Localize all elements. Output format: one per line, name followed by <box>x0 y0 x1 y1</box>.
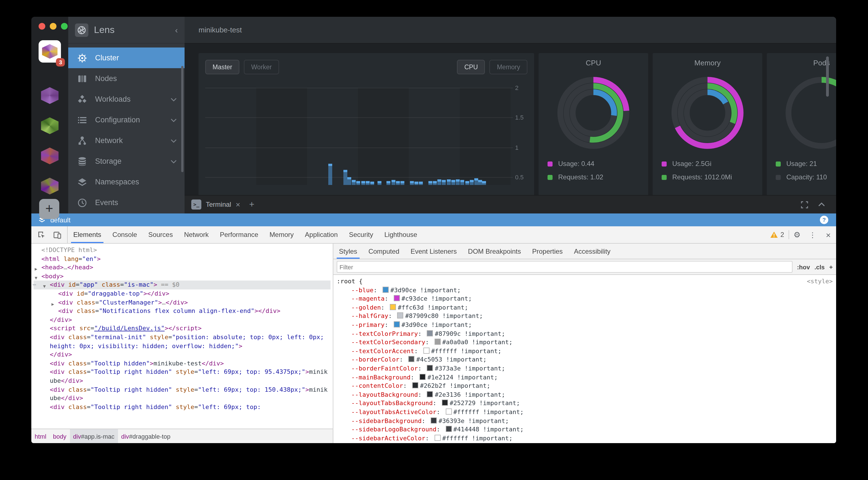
css-variable--layouttabsactivecolor[interactable]: --layoutTabsActiveColor: #ffffff !import… <box>337 408 833 417</box>
cluster-icon[interactable] <box>40 178 59 195</box>
dom-tree-line[interactable]: ▶<div class="ClusterManager">…</div> <box>34 298 331 307</box>
dom-tree-line[interactable]: <div class="Tooltip hidden">minikube-tes… <box>34 359 331 368</box>
css-variable--blue[interactable]: --blue: #3d90ce !important; <box>337 286 833 295</box>
color-swatch[interactable] <box>427 330 433 336</box>
breadcrumb-item[interactable]: body <box>50 429 70 443</box>
devtools-settings-icon[interactable]: ⚙ <box>789 228 805 242</box>
style-source-link[interactable]: <style> <box>807 277 833 286</box>
sidebar-item-events[interactable]: Events <box>68 192 185 213</box>
inspect-element-icon[interactable] <box>34 228 49 242</box>
color-swatch[interactable] <box>445 409 452 415</box>
color-swatch[interactable] <box>423 348 430 354</box>
node-tab-master[interactable]: Master <box>205 60 239 74</box>
dom-tree-line[interactable]: </div> <box>34 350 331 359</box>
active-cluster-icon[interactable]: 3 <box>39 40 61 63</box>
css-variable--textcolorsecondary[interactable]: --textColorSecondary: #a0a0a0 !important… <box>337 338 833 347</box>
dom-node-menu-icon[interactable]: ⋯ <box>32 281 35 289</box>
devtools-tab-elements[interactable]: Elements <box>68 226 107 243</box>
dom-tree-line[interactable]: ⋯▼<div id="app" class="is-mac"> == $0 <box>34 281 331 289</box>
css-variable--bordercolor[interactable]: --borderColor: #4c5053 !important; <box>337 356 833 364</box>
devtools-tab-memory[interactable]: Memory <box>264 226 300 243</box>
breadcrumb-item[interactable]: div#app.is-mac <box>70 429 118 443</box>
color-swatch[interactable] <box>412 382 418 388</box>
color-swatch[interactable] <box>442 400 448 406</box>
color-swatch[interactable] <box>408 356 415 363</box>
color-swatch[interactable] <box>431 417 437 423</box>
color-swatch[interactable] <box>427 365 433 371</box>
cluster-icon[interactable] <box>40 117 59 134</box>
css-variable--borderfaintcolor[interactable]: --borderFaintColor: #373a3e !important; <box>337 364 833 373</box>
color-swatch[interactable] <box>445 426 452 432</box>
devtools-tab-console[interactable]: Console <box>107 226 143 243</box>
devtools-tab-performance[interactable]: Performance <box>214 226 264 243</box>
dom-tree-line[interactable]: <div class="terminal-init" style="positi… <box>34 333 331 350</box>
color-swatch[interactable] <box>390 304 396 310</box>
devtools-tab-security[interactable]: Security <box>343 226 379 243</box>
dom-tree-line[interactable]: </div> <box>34 316 331 324</box>
namespace-label[interactable]: default <box>50 216 820 224</box>
devtools-tab-lighthouse[interactable]: Lighthouse <box>379 226 423 243</box>
add-cluster-button[interactable]: + <box>39 199 59 219</box>
dom-tree-line[interactable]: <div class="Notifications flex column al… <box>34 307 331 315</box>
css-variable--textcolorprimary[interactable]: --textColorPrimary: #87909c !important; <box>337 330 833 338</box>
color-swatch[interactable] <box>397 313 404 319</box>
devtools-tab-network[interactable]: Network <box>178 226 214 243</box>
color-swatch[interactable] <box>382 286 389 293</box>
cluster-icon[interactable] <box>40 87 59 104</box>
sidebar-item-configuration[interactable]: Configuration <box>68 109 185 130</box>
sidebar-collapse-icon[interactable]: ‹ <box>175 25 178 35</box>
cluster-icon[interactable] <box>40 147 59 164</box>
dom-tree-line[interactable]: <div id="draggable-top"></div> <box>34 289 331 298</box>
color-swatch[interactable] <box>394 295 400 301</box>
css-variable--sidebarbackground[interactable]: --sidebarBackground: #36393e !important; <box>337 417 833 425</box>
color-swatch[interactable] <box>434 435 440 441</box>
dom-tree-line[interactable]: ▶<head>…</head> <box>34 263 331 272</box>
color-swatch[interactable] <box>420 374 426 380</box>
styles-tab-styles[interactable]: Styles <box>333 244 363 259</box>
terminal-tab[interactable]: Terminal <box>206 201 231 208</box>
sidebar-item-nodes[interactable]: Nodes <box>68 68 185 89</box>
sidebar-item-namespaces[interactable]: Namespaces <box>68 172 185 192</box>
sidebar-item-storage[interactable]: Storage <box>68 151 185 172</box>
sidebar-item-cluster[interactable]: Cluster <box>68 47 185 68</box>
styles-tab-properties[interactable]: Properties <box>527 244 568 259</box>
dom-tree-line[interactable]: <div class="Tooltip right hidden" style=… <box>34 403 331 411</box>
terminal-add-icon[interactable]: + <box>249 200 254 210</box>
css-variable--textcoloraccent[interactable]: --textColorAccent: #ffffff !important; <box>337 347 833 356</box>
close-window-button[interactable] <box>39 23 45 30</box>
help-button[interactable]: ? <box>820 216 828 224</box>
dom-tree-line[interactable]: <!DOCTYPE html> <box>34 246 331 254</box>
metric-tab-cpu[interactable]: CPU <box>457 60 485 74</box>
color-swatch[interactable] <box>394 321 400 328</box>
css-variable--mainbackground[interactable]: --mainBackground: #1e2124 !important; <box>337 373 833 382</box>
sidebar-item-network[interactable]: Network <box>68 130 185 151</box>
dom-tree-line[interactable]: <html lang="en"> <box>34 254 331 263</box>
devtools-tab-application[interactable]: Application <box>299 226 343 243</box>
css-variable--contentcolor[interactable]: --contentColor: #262b2f !important; <box>337 382 833 390</box>
node-tab-worker[interactable]: Worker <box>244 60 279 74</box>
dock-collapse-icon[interactable] <box>818 202 825 207</box>
dom-tree-line[interactable]: <script src="/build/LensDev.js"></script… <box>34 324 331 333</box>
styles-filter-input[interactable] <box>337 261 793 273</box>
css-variable--magenta[interactable]: --magenta: #c93dce !important; <box>337 295 833 303</box>
color-swatch[interactable] <box>434 339 440 345</box>
content-scrollbar[interactable] <box>826 57 829 97</box>
styles-tab-computed[interactable]: Computed <box>363 244 405 259</box>
dom-tree-line[interactable]: ▼<body> <box>34 272 331 281</box>
devtools-tab-sources[interactable]: Sources <box>143 226 178 243</box>
zoom-window-button[interactable] <box>61 23 68 30</box>
css-selector[interactable]: :root { <box>337 277 363 286</box>
css-variable--halfgray[interactable]: --halfGray: #87909c80 !important; <box>337 312 833 321</box>
new-style-rule-button[interactable]: + <box>829 264 833 270</box>
css-variable--golden[interactable]: --golden: #ffc63d !important; <box>337 303 833 312</box>
device-toolbar-icon[interactable] <box>49 228 65 242</box>
dom-tree-line[interactable]: <div class="Tooltip right hidden" style=… <box>34 368 331 385</box>
css-variable--primary[interactable]: --primary: #3d90ce !important; <box>337 321 833 330</box>
styles-tab-dom-breakpoints[interactable]: DOM Breakpoints <box>463 244 527 259</box>
minimize-window-button[interactable] <box>50 23 57 30</box>
css-variable--layoutbackground[interactable]: --layoutBackground: #2e3136 !important; <box>337 390 833 399</box>
terminal-close-icon[interactable]: × <box>236 200 240 209</box>
toggle-hover-state-button[interactable]: :hov <box>797 264 810 270</box>
toggle-classes-button[interactable]: .cls <box>814 264 825 270</box>
metric-tab-memory[interactable]: Memory <box>490 60 527 74</box>
